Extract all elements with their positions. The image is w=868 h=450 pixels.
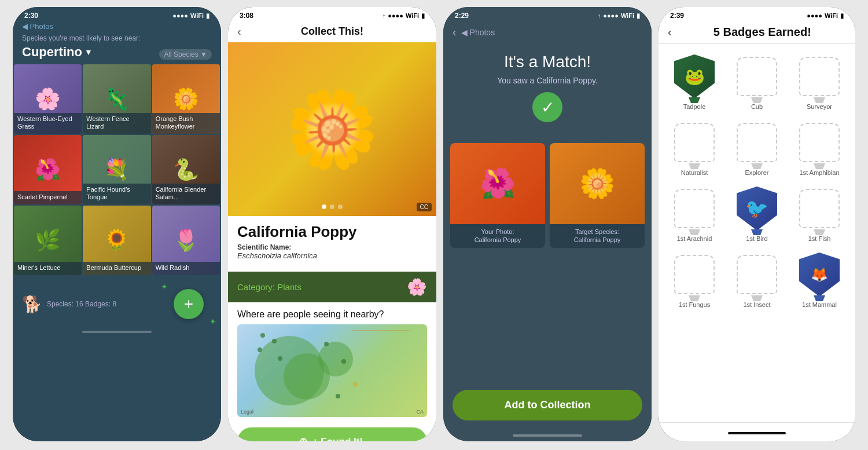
battery-icon-3: ▮ [637, 12, 640, 20]
p3-your-photo-caption: Your Photo:California Poppy [450, 224, 545, 248]
badge-shape-amphibian [799, 123, 840, 162]
status-bar-1: 2:30 ●●●● WiFi ▮ [13, 7, 221, 22]
time-4: 2:39 [670, 12, 684, 20]
species-cell-0[interactable]: 🌸 Western Blue-Eyed Grass [14, 64, 82, 134]
status-icons-4: ●●●● WiFi ▮ [807, 12, 844, 20]
p4-back-button[interactable]: ‹ [668, 25, 672, 39]
p3-match-title: It's a Match! [453, 53, 642, 71]
map-dot-2 [272, 339, 277, 343]
badge-icon-bird: 🐦 [745, 197, 768, 219]
badge-shape-cub [737, 57, 777, 96]
target-photo-emoji: 🌼 [579, 167, 615, 200]
p2-found-button[interactable]: ⊕ + Found It! [237, 427, 427, 441]
p4-title: 5 Badges Earned! [679, 25, 846, 39]
badge-notch-amphibian [814, 163, 825, 169]
badge-shape-fungus [674, 255, 715, 294]
location-arrow-icon: ↑ [382, 12, 386, 19]
found-plus-icon: ⊕ [299, 436, 307, 441]
badge-notch-fungus [689, 295, 700, 301]
badge-shield-bird: 🐦 [736, 185, 778, 232]
p2-map: Legal CA [237, 324, 427, 417]
badge-shape-arachnid [674, 189, 715, 228]
badge-notch-insect [751, 295, 763, 301]
badge-label-surveyor: Surveyor [807, 103, 832, 110]
map-dot-7 [353, 382, 358, 387]
time-1: 2:30 [24, 12, 38, 20]
signal-icon-2: ●●●● [388, 12, 403, 19]
phone-3: 2:29 ↑ ●●●● WiFi ▮ ‹ ◀ Photos It's a Mat… [443, 7, 652, 441]
badge-notch-bird [751, 229, 763, 235]
species-label-8: Wild Radish [152, 262, 220, 275]
species-cell-4[interactable]: 💐 Pacific Hound's Tongue [83, 135, 150, 204]
p4-home-bar-area [659, 422, 855, 441]
p2-sci-label: Scientific Name: [237, 243, 427, 251]
p3-nav: ‹ ◀ Photos [443, 22, 652, 43]
dog-icon: 🐕 [22, 295, 42, 314]
badge-notch-explorer [751, 163, 763, 169]
p3-back-button[interactable]: ‹ [453, 25, 457, 39]
phone-2: 3:08 ↑ ●●●● WiFi ▮ ‹ Collect This! 🌼 CC [228, 7, 436, 441]
badge-notch-mammal [814, 295, 825, 301]
species-label-0: Western Blue-Eyed Grass [14, 113, 82, 134]
p2-species-info: California Poppy Scientific Name: Eschsc… [228, 216, 436, 267]
p2-nearby-title: Where are people seeing it nearby? [237, 309, 427, 320]
phone-1: 2:30 ●●●● WiFi ▮ ◀ Photos Species you're… [13, 7, 221, 441]
p1-location-name: Cupertino [22, 45, 82, 60]
status-icons-2: ↑ ●●●● WiFi ▮ [382, 12, 425, 20]
p3-match-subtitle: You saw a California Poppy. [453, 76, 642, 85]
p2-back-button[interactable]: ‹ [237, 25, 241, 38]
species-label-4: Pacific Hound's Tongue [83, 184, 150, 204]
battery-icon-4: ▮ [840, 12, 844, 20]
check-icon: ✓ [541, 98, 554, 117]
p3-target-photo-caption: Target Species:California Poppy [550, 224, 645, 248]
p3-add-collection-button[interactable]: Add to Collection [453, 390, 642, 420]
badge-1st-fungus: 1st Fungus [668, 251, 721, 308]
species-label-6: Miner's Lettuce [14, 262, 82, 275]
map-line [352, 330, 410, 331]
badge-label-fish: 1st Fish [808, 235, 831, 242]
p3-your-photo: 🌺 Your Photo:California Poppy [450, 143, 545, 248]
signal-icon: ●●●● [172, 12, 188, 19]
species-cell-5[interactable]: 🐍 California Slender Salam... [152, 135, 220, 204]
wifi-icon-2: WiFi [406, 12, 419, 19]
p1-species-filter[interactable]: All Species ▼ [159, 49, 212, 60]
species-cell-6[interactable]: 🌿 Miner's Lettuce [14, 206, 82, 275]
badge-shield-arachnid [674, 185, 715, 232]
badge-label-mammal: 1st Mammal [802, 301, 837, 308]
species-label-5: California Slender Salam... [152, 184, 220, 204]
battery-icon: ▮ [206, 12, 209, 20]
species-cell-2[interactable]: 🌼 Orange Bush Monkeyflower [152, 64, 220, 134]
badge-label-bird: 1st Bird [746, 235, 767, 242]
p2-species-name: California Poppy [237, 223, 427, 241]
species-cell-7[interactable]: 🌻 Bermuda Buttercup [83, 206, 150, 275]
badge-icon-tadpole: 🐸 [685, 67, 705, 86]
badge-shield-explorer [736, 119, 778, 166]
badge-notch-naturalist [689, 163, 700, 169]
badge-1st-fish: 1st Fish [793, 185, 846, 242]
species-cell-1[interactable]: 🦎 Western Fence Lizard [83, 64, 150, 134]
badge-notch-cub [751, 97, 763, 103]
badge-label-insect: 1st Insect [743, 301, 770, 308]
badge-1st-insect: 1st Insect [730, 251, 784, 308]
badge-label-cub: Cub [751, 103, 763, 110]
p1-add-button[interactable]: + [174, 289, 204, 319]
species-label-2: Orange Bush Monkeyflower [152, 113, 220, 134]
p3-check-circle: ✓ [532, 92, 562, 122]
dot-2 [330, 204, 334, 209]
badge-label-fungus: 1st Fungus [679, 301, 710, 308]
species-cell-3[interactable]: 🌺 Scarlet Pimpernel [14, 135, 82, 204]
wifi-icon: WiFi [190, 12, 204, 19]
badge-cub: Cub [730, 53, 784, 110]
p1-photos-nav[interactable]: ◀ Photos [22, 22, 53, 31]
p1-location[interactable]: Cupertino ▼ [22, 45, 93, 60]
p2-nav: ‹ Collect This! [228, 22, 436, 42]
map-dot-3 [258, 347, 262, 352]
image-dots [322, 204, 343, 209]
badge-1st-arachnid: 1st Arachnid [668, 185, 721, 242]
badge-shape-bird: 🐦 [737, 186, 777, 231]
battery-icon-2: ▮ [421, 12, 425, 20]
p1-add-icon: + [184, 295, 193, 313]
p2-plant-icon: 🌸 [407, 277, 427, 297]
species-cell-8[interactable]: 🌷 Wild Radish [152, 206, 220, 275]
location-arrow-icon-3: ↑ [598, 12, 601, 19]
